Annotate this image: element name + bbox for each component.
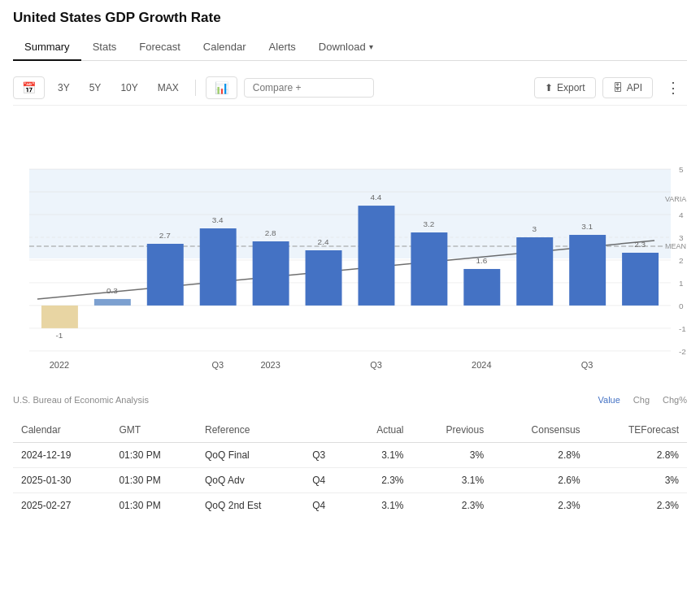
- period-max-button[interactable]: MAX: [151, 79, 185, 97]
- svg-text:2.7: 2.7: [159, 231, 171, 240]
- cell-reference-2: QoQ 2nd Est: [197, 493, 304, 518]
- dropdown-arrow-icon: ▾: [369, 42, 373, 51]
- legend-chgpct[interactable]: Chg%: [663, 395, 687, 405]
- svg-text:4.4: 4.4: [371, 193, 382, 202]
- svg-text:2024: 2024: [472, 360, 491, 370]
- period-3y-button[interactable]: 3Y: [51, 79, 76, 97]
- svg-text:2.3: 2.3: [634, 240, 646, 249]
- tab-alerts[interactable]: Alerts: [258, 34, 307, 61]
- col-consensus: Consensus: [492, 418, 588, 443]
- cell-consensus-0: 2.8%: [492, 443, 588, 468]
- cell-teforecast-0: 2.8%: [589, 443, 687, 468]
- cell-teforecast-1: 3%: [589, 468, 687, 493]
- tab-stats[interactable]: Stats: [81, 34, 128, 61]
- cell-previous-0: 3%: [412, 443, 493, 468]
- legend-value[interactable]: Value: [598, 395, 620, 405]
- svg-rect-38: [463, 269, 500, 306]
- api-icon: 🗄: [613, 82, 623, 93]
- col-gmt: GMT: [111, 418, 197, 443]
- period-5y-button[interactable]: 5Y: [83, 79, 108, 97]
- cell-calendar-1: 2025-01-30: [13, 468, 111, 493]
- svg-text:2.8: 2.8: [265, 228, 276, 237]
- svg-text:Q3: Q3: [370, 360, 382, 370]
- cell-reference-0: QoQ Final: [197, 443, 304, 468]
- col-quarter: [304, 418, 347, 443]
- svg-text:2: 2: [679, 256, 684, 265]
- api-button[interactable]: 🗄 API: [602, 77, 653, 98]
- cell-gmt-1: 01:30 PM: [111, 468, 197, 493]
- svg-text:3.4: 3.4: [212, 215, 224, 224]
- cell-actual-0: 3.1%: [348, 443, 412, 468]
- svg-rect-44: [622, 253, 659, 306]
- svg-text:MEAN: MEAN: [665, 242, 686, 250]
- cell-calendar-2: 2025-02-27: [13, 493, 111, 518]
- svg-rect-26: [147, 244, 184, 306]
- cell-gmt-0: 01:30 PM: [111, 443, 197, 468]
- svg-text:3: 3: [532, 224, 537, 233]
- cell-previous-2: 2.3%: [412, 493, 493, 518]
- table-row: 2024-12-19 01:30 PM QoQ Final Q3 3.1% 3%…: [13, 443, 687, 468]
- cell-calendar-0: 2024-12-19: [13, 443, 111, 468]
- col-reference: Reference: [197, 418, 304, 443]
- svg-rect-36: [411, 232, 447, 306]
- svg-text:Q3: Q3: [581, 360, 593, 370]
- cell-quarter-2: Q4: [304, 493, 347, 518]
- cell-actual-1: 2.3%: [348, 468, 412, 493]
- data-table: Calendar GMT Reference Actual Previous C…: [13, 418, 687, 518]
- cell-reference-1: QoQ Adv: [197, 468, 304, 493]
- export-button[interactable]: ⬆ Export: [534, 77, 596, 98]
- period-10y-button[interactable]: 10Y: [114, 79, 144, 97]
- svg-text:3.1: 3.1: [581, 222, 593, 231]
- svg-text:3: 3: [679, 233, 684, 242]
- cell-consensus-2: 2.3%: [492, 493, 588, 518]
- tab-forecast[interactable]: Forecast: [128, 34, 192, 61]
- svg-text:0: 0: [679, 302, 684, 310]
- svg-text:-2: -2: [679, 347, 686, 356]
- svg-rect-40: [516, 237, 553, 306]
- tab-calendar[interactable]: Calendar: [192, 34, 258, 61]
- tabs-container: Summary Stats Forecast Calendar Alerts D…: [13, 34, 687, 61]
- chart-footer: U.S. Bureau of Economic Analysis Value C…: [13, 395, 687, 405]
- svg-text:-1: -1: [55, 331, 63, 340]
- export-icon: ⬆: [545, 82, 553, 93]
- svg-rect-28: [200, 228, 237, 306]
- page-title: United States GDP Growth Rate: [13, 10, 687, 26]
- toolbar: 📅 3Y 5Y 10Y MAX 📊 ⬆ Export 🗄 API ⋮: [13, 71, 687, 106]
- col-actual: Actual: [348, 418, 412, 443]
- tab-download[interactable]: Download ▾: [307, 34, 385, 61]
- chart-area: 5 4 3 2 1 0 -1 -2 VARIANCE MEAN -1: [13, 112, 687, 388]
- col-calendar: Calendar: [13, 418, 111, 443]
- chart-source: U.S. Bureau of Economic Analysis: [13, 395, 149, 405]
- svg-rect-24: [94, 299, 131, 306]
- svg-rect-22: [41, 306, 78, 328]
- svg-rect-34: [358, 206, 394, 306]
- compare-input[interactable]: [244, 78, 374, 98]
- svg-rect-30: [253, 241, 289, 306]
- table-row: 2025-02-27 01:30 PM QoQ 2nd Est Q4 3.1% …: [13, 493, 687, 518]
- col-previous: Previous: [412, 418, 493, 443]
- svg-text:2022: 2022: [50, 360, 69, 370]
- svg-text:2023: 2023: [260, 360, 280, 370]
- svg-text:2.4: 2.4: [318, 237, 329, 246]
- cell-previous-1: 3.1%: [412, 468, 493, 493]
- svg-rect-32: [306, 250, 342, 306]
- cell-quarter-0: Q3: [304, 443, 347, 468]
- calendar-button[interactable]: 📅: [13, 76, 45, 99]
- table-header-row: Calendar GMT Reference Actual Previous C…: [13, 418, 687, 443]
- legend-chg[interactable]: Chg: [633, 395, 650, 405]
- more-options-button[interactable]: ⋮: [659, 76, 687, 100]
- chart-type-button[interactable]: 📊: [206, 76, 237, 99]
- cell-consensus-1: 2.6%: [492, 468, 588, 493]
- calendar-icon: 📅: [22, 81, 36, 94]
- svg-text:VARIANCE: VARIANCE: [665, 195, 687, 203]
- cell-quarter-1: Q4: [304, 468, 347, 493]
- toolbar-divider: [195, 80, 196, 96]
- chart-legend: Value Chg Chg%: [598, 395, 687, 405]
- tab-summary[interactable]: Summary: [13, 34, 81, 61]
- cell-gmt-2: 01:30 PM: [111, 493, 197, 518]
- svg-text:4: 4: [679, 210, 684, 219]
- chart-icon: 📊: [215, 81, 228, 94]
- chart-svg: 5 4 3 2 1 0 -1 -2 VARIANCE MEAN -1: [13, 112, 687, 388]
- svg-text:1.6: 1.6: [476, 256, 487, 265]
- svg-text:3.2: 3.2: [423, 219, 434, 228]
